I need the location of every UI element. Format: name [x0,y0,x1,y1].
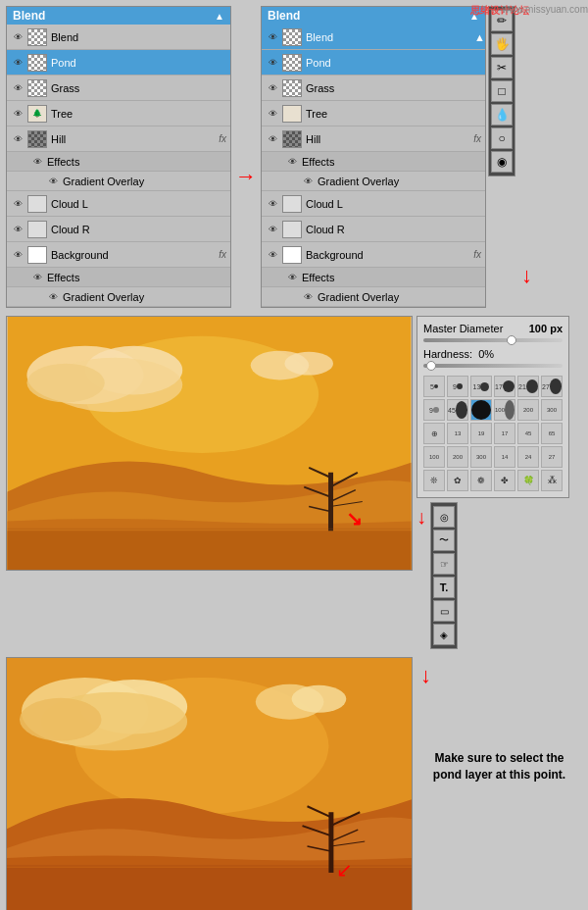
brush-cell[interactable]: 24 [517,446,539,468]
tool-rect[interactable]: □ [491,80,513,102]
tool-drop[interactable]: 💧 [491,104,513,126]
effects-label: Effects [302,272,334,283]
eye-icon[interactable]: 👁 [11,56,24,70]
eye-icon[interactable]: 👁 [46,175,60,188]
brush-cell[interactable]: 45 [447,399,468,421]
diameter-slider[interactable] [423,338,563,342]
brush-cell[interactable]: 13 [447,423,468,444]
brush-cell-selected[interactable] [470,399,492,421]
layer-row[interactable]: 👁 Background fx [7,242,230,268]
eye-icon[interactable]: 👁 [46,290,60,304]
tool-wave[interactable]: 〜 [433,530,455,551]
layer-row[interactable]: 👁 Pond [262,50,485,76]
tool-heal[interactable]: ✂ [491,57,513,78]
brush-cell[interactable]: 5 [423,376,445,397]
brush-cell[interactable]: 200 [447,446,468,468]
eye-icon[interactable]: 👁 [266,248,279,262]
layer-row[interactable]: 👁 Background fx [262,242,485,268]
brush-cell[interactable]: ✿ [447,470,468,491]
scroll-right-icon[interactable]: ▲ [474,31,485,43]
eye-icon[interactable]: 👁 [266,30,279,44]
brush-cell[interactable]: 100 [494,399,515,421]
effects-row: 👁 Effects [7,152,230,172]
diameter-thumb[interactable] [507,335,516,345]
layer-row[interactable]: 👁 Cloud L [262,191,485,217]
brush-cell[interactable]: 200 [517,399,539,421]
brush-cell[interactable]: ❁ [470,470,492,491]
eye-icon[interactable]: 👁 [301,290,315,304]
brush-cell[interactable]: 19 [470,423,492,444]
layer-thumb [282,195,302,213]
brush-cell[interactable]: 9 [423,399,445,421]
brush-cell[interactable]: 14 [494,446,515,468]
eye-icon[interactable]: 👁 [266,223,279,236]
brush-cell[interactable]: 17 [494,423,515,444]
brush-cell[interactable]: 45 [517,423,539,444]
eye-icon[interactable]: 👁 [266,132,279,146]
left-panel-header: Blend ▲ [7,7,230,25]
gradient-row: 👁 Gradient Overlay [262,287,485,307]
brush-cell[interactable]: 100 [423,446,445,468]
layer-row[interactable]: 👁 Cloud R [7,217,230,242]
eye-icon[interactable]: 👁 [30,155,44,169]
tool-shape[interactable]: ◈ [433,624,455,645]
tool-blur[interactable]: ○ [491,127,513,149]
tool-T[interactable]: T. [433,577,455,598]
eye-icon[interactable]: 👁 [11,30,24,44]
eye-icon[interactable]: 👁 [11,107,24,121]
layer-row[interactable]: 👁 Grass [7,76,230,101]
scroll-up-icon[interactable]: ▲ [215,11,224,22]
eye-icon[interactable]: 👁 [266,197,279,211]
layer-name: Cloud L [306,198,485,210]
tool-finger[interactable]: ☞ [433,553,455,575]
layer-row[interactable]: 👁 🌲 Tree [7,101,230,126]
eye-icon[interactable]: 👁 [11,81,24,95]
layer-row[interactable]: 👁 Tree [262,101,485,126]
layer-row[interactable]: 👁 Cloud R [262,217,485,242]
hardness-thumb[interactable] [426,361,436,371]
brush-cell[interactable]: 21 [517,376,539,397]
tool-rect2[interactable]: ▭ [433,600,455,622]
layer-row[interactable]: 👁 Cloud L [7,191,230,217]
mid-down-arrow: ↓ [416,506,426,529]
eye-icon[interactable]: 👁 [285,155,299,169]
layer-name: Grass [306,82,485,94]
brush-cell[interactable]: 17 [494,376,515,397]
layer-row[interactable]: 👁 Grass [262,76,485,101]
mid-right: Master Diameter 100 px Hardness: 0% 5 9 … [416,316,569,649]
layer-row[interactable]: 👁 Hill fx [262,126,485,152]
eye-icon[interactable]: 👁 [266,81,279,95]
gradient-label: Gradient Overlay [63,291,144,303]
eye-icon[interactable]: 👁 [266,56,279,70]
eye-icon[interactable]: 👁 [11,197,24,211]
brush-cell[interactable]: ⊕ [423,423,445,444]
eye-icon[interactable]: 👁 [301,175,315,188]
brush-cell[interactable]: 🍀 [517,470,539,491]
tool-circle[interactable]: ◎ [433,506,455,528]
tool-stamp[interactable]: 🖐 [491,33,513,55]
layer-row[interactable]: 👁 Hill fx [7,126,230,152]
eye-icon[interactable]: 👁 [266,107,279,121]
eye-icon[interactable]: 👁 [285,271,299,284]
eye-icon[interactable]: 👁 [11,248,24,262]
eye-icon[interactable]: 👁 [30,271,44,284]
brush-cell[interactable]: 13 [470,376,492,397]
layer-row[interactable]: 👁 Pond [7,50,230,76]
brush-cell[interactable]: ❊ [423,470,445,491]
brush-cell[interactable]: 65 [541,423,563,444]
layer-row[interactable]: 👁 Blend ▲ [262,25,485,50]
eye-icon[interactable]: 👁 [11,223,24,236]
tool-burn[interactable]: ◉ [491,151,513,173]
brush-cell[interactable]: 300 [470,446,492,468]
brush-cell[interactable]: 27 [541,376,563,397]
brush-cell[interactable]: ✤ [494,470,515,491]
brush-cell[interactable]: ⁂ [541,470,563,491]
hardness-slider[interactable] [423,364,563,368]
hardness-label: Hardness: [423,348,472,360]
brush-cell[interactable]: 300 [541,399,563,421]
brush-cell[interactable]: 9 [447,376,468,397]
brush-cell[interactable]: 27 [541,446,563,468]
layer-row[interactable]: 👁 Blend [7,25,230,50]
eye-icon[interactable]: 👁 [11,132,24,146]
hardness-value: 0% [478,348,494,360]
